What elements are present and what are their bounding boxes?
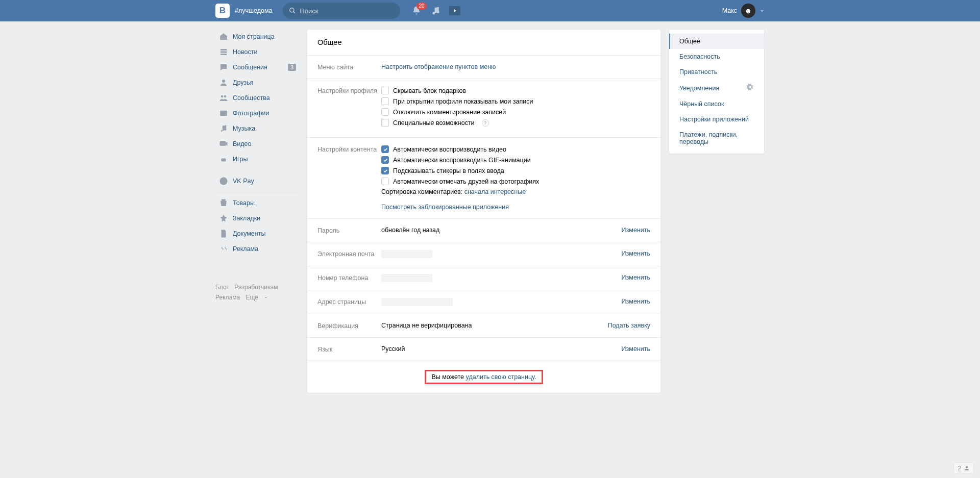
tab-4[interactable]: Чёрный список	[669, 96, 764, 112]
phone-change[interactable]: Изменить	[622, 274, 650, 281]
content-checkbox-0[interactable]: Автоматически воспроизводить видео	[381, 145, 650, 153]
profile-checkbox-1[interactable]: При открытии профиля показывать мои запи…	[381, 97, 650, 105]
tab-2[interactable]: Приватность	[669, 64, 764, 80]
sidebar: Моя страница Новости Сообщения 3 Друзья …	[215, 29, 299, 393]
checkbox-icon	[381, 156, 389, 164]
email-change[interactable]: Изменить	[622, 250, 650, 257]
sidebar-extra-0[interactable]: Товары	[215, 195, 299, 211]
sort-label: Сортировка комментариев:	[381, 188, 464, 195]
svg-rect-12	[222, 159, 226, 162]
settings-tabs: Общее Безопасность Приватность Уведомлен…	[669, 29, 765, 154]
svg-point-9	[221, 130, 223, 132]
profile-settings-label: Настройки профиля	[317, 87, 381, 94]
settings-panel: Общее Меню сайта Настроить отображение п…	[307, 29, 661, 393]
delete-highlight: Вы можете удалить свою страницу.	[425, 370, 543, 384]
footer-devs[interactable]: Разработчикам	[234, 284, 278, 291]
page-title: Общее	[307, 30, 660, 55]
music-icon[interactable]	[430, 5, 442, 17]
content-checkbox-1[interactable]: Автоматически воспроизводить GIF-анимаци…	[381, 156, 650, 164]
sidebar-item-8[interactable]: Игры	[215, 152, 299, 167]
sidebar-item-vkpay[interactable]: VK Pay	[215, 173, 299, 189]
notif-badge: 20	[416, 3, 426, 10]
sidebar-item-7[interactable]: Видео	[215, 136, 299, 152]
lang-value: Русский	[381, 345, 622, 353]
checkbox-icon	[381, 97, 389, 105]
sidebar-item-5[interactable]: Фотографии	[215, 106, 299, 121]
svg-point-0	[289, 8, 293, 12]
address-label: Адрес страницы	[317, 298, 381, 306]
footer-more[interactable]: Ещё	[246, 294, 268, 301]
avatar: ☻	[741, 4, 755, 18]
email-redacted	[381, 250, 432, 258]
verify-apply[interactable]: Подать заявку	[608, 322, 650, 329]
svg-rect-11	[220, 141, 226, 146]
sidebar-icon-4	[218, 93, 229, 103]
search-input[interactable]	[300, 7, 394, 15]
checkbox-icon	[381, 145, 389, 153]
profile-checkbox-0[interactable]: Скрывать блок подарков	[381, 87, 650, 94]
tab-3[interactable]: Уведомления	[669, 80, 764, 96]
tab-1[interactable]: Безопасность	[669, 49, 764, 64]
tab-5[interactable]: Настройки приложений	[669, 112, 764, 127]
checkbox-icon	[381, 108, 389, 116]
content-checkbox-3[interactable]: Автоматически отмечать друзей на фотогра…	[381, 178, 650, 185]
svg-point-2	[432, 12, 435, 15]
sidebar-extra-1[interactable]: Закладки	[215, 211, 299, 226]
svg-point-4	[222, 80, 225, 83]
sort-link[interactable]: сначала интересные	[464, 188, 526, 195]
chevron-down-icon	[760, 8, 765, 13]
sidebar-item-1[interactable]: Новости	[215, 44, 299, 60]
blocked-apps-link[interactable]: Посмотреть заблокированные приложения	[381, 204, 509, 211]
checkbox-icon	[381, 178, 389, 185]
profile-checkbox-3[interactable]: Специальные возможности ?	[381, 119, 650, 127]
sidebar-item-2[interactable]: Сообщения 3	[215, 60, 299, 75]
delete-prefix: Вы можете	[431, 373, 465, 381]
email-label: Электронная почта	[317, 250, 381, 258]
sidebar-icon-8	[218, 154, 229, 164]
profile-checkbox-2[interactable]: Отключить комментирование записей	[381, 108, 650, 116]
sidebar-extra-3[interactable]: Реклама	[215, 241, 299, 257]
sidebar-icon-7	[218, 139, 229, 149]
svg-rect-7	[220, 111, 227, 116]
address-change[interactable]: Изменить	[622, 298, 650, 305]
sidebar-item-0[interactable]: Моя страница	[215, 29, 299, 44]
svg-line-1	[293, 12, 295, 13]
sidebar-icon-6	[218, 123, 229, 134]
video-player-icon[interactable]	[449, 6, 460, 15]
notifications-icon[interactable]: 20	[410, 5, 423, 17]
menu-configure-link[interactable]: Настроить отображение пунктов меню	[381, 63, 496, 70]
lang-label: Язык	[317, 345, 381, 353]
sidebar-icon-3	[218, 78, 229, 88]
sidebar-icon-1	[218, 47, 229, 57]
checkbox-icon	[381, 167, 389, 174]
svg-point-3	[436, 11, 439, 13]
tab-6[interactable]: Платежи, подписки, переводы	[669, 127, 764, 149]
tab-0[interactable]: Общее	[669, 34, 764, 49]
vk-logo-icon: B	[215, 4, 230, 18]
lang-change[interactable]: Изменить	[622, 345, 650, 353]
sidebar-item-3[interactable]: Друзья	[215, 75, 299, 90]
content-checkbox-2[interactable]: Подсказывать стикеры в полях ввода	[381, 167, 650, 174]
svg-point-8	[222, 112, 223, 114]
hashtag: #лучшедома	[235, 7, 273, 14]
sidebar-footer: Блог Разработчикам Реклама Ещё	[215, 282, 299, 303]
content-settings-label: Настройки контента	[317, 145, 381, 153]
vkpay-icon	[218, 176, 229, 186]
gear-icon[interactable]	[747, 84, 754, 92]
delete-page-link[interactable]: удалить свою страницу.	[466, 373, 536, 381]
logo-area[interactable]: B #лучшедома	[215, 4, 273, 18]
help-icon[interactable]: ?	[482, 119, 489, 127]
password-change[interactable]: Изменить	[622, 227, 650, 234]
sidebar-item-4[interactable]: Сообщества	[215, 90, 299, 106]
user-menu[interactable]: Макс ☻	[722, 4, 765, 18]
checkbox-icon	[381, 87, 389, 94]
sidebar-extra-icon-1	[218, 213, 229, 223]
username: Макс	[722, 7, 737, 14]
footer-ads[interactable]: Реклама	[215, 294, 240, 301]
sidebar-extra-2[interactable]: Документы	[215, 226, 299, 241]
checkbox-icon	[381, 119, 389, 127]
svg-point-10	[225, 129, 226, 131]
search-box[interactable]	[283, 3, 400, 19]
sidebar-item-6[interactable]: Музыка	[215, 121, 299, 136]
footer-blog[interactable]: Блог	[215, 284, 229, 291]
